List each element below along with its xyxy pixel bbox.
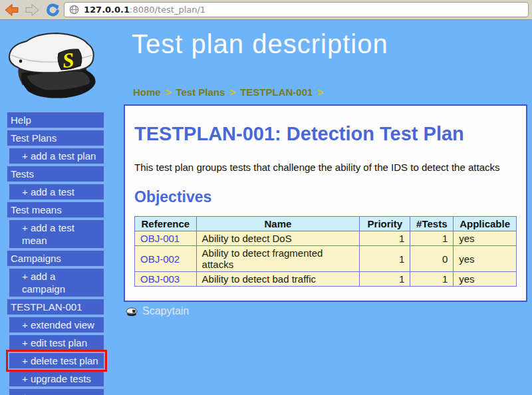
objective-name-cell: Ability to detect DoS [196,231,360,246]
sidebar-item-add-a-campaign[interactable]: + add a campaign [9,268,104,297]
column-header-applicable: Applicable [454,217,517,231]
globe-icon [69,5,79,15]
objective-tests-cell: 1 [410,231,454,246]
content-panel: TESTPLAN-001: Detection Test Plan This t… [124,104,527,302]
objective-reference-cell: OBJ-003 [135,272,197,287]
page-background: S Test plan description Home>Test Plans>… [0,20,532,395]
objectives-table-body: OBJ-001Ability to detect DoS11yesOBJ-002… [135,231,517,287]
objective-reference-cell: OBJ-002 [135,246,197,272]
sidebar-item-add-a-test-mean[interactable]: + add a test mean [9,219,104,249]
objectives-table: ReferenceNamePriority#TestsApplicable OB… [134,216,517,287]
breadcrumb-link-testplan-001[interactable]: TESTPLAN-001 [240,86,313,98]
objective-link-obj-001[interactable]: OBJ-001 [140,233,180,244]
browser-toolbar: 127.0.0.1:8080/test_plan/1 [0,0,532,20]
objective-link-obj-003[interactable]: OBJ-003 [140,273,180,285]
column-header-priority: Priority [360,217,410,231]
captain-hat-icon [125,307,138,317]
forward-arrow-icon [25,3,40,17]
objective-name-cell: Ability to detect fragmented attacks [196,246,360,272]
sidebar-menu: HelpTest Plans+ add a test planTests+ ad… [7,112,106,395]
testplan-description: This test plan groups tests that challen… [134,162,517,173]
sidebar-item-test-means[interactable]: Test means [7,201,104,218]
objective-priority-cell: 1 [360,272,410,287]
logo-letter: S [62,48,75,72]
back-arrow-icon [4,3,19,17]
objective-tests-cell: 0 [410,246,454,272]
back-button[interactable] [2,1,21,19]
testplan-title: TESTPLAN-001: Detection Test Plan [134,123,517,145]
table-row: OBJ-001Ability to detect DoS11yes [135,231,517,246]
captain-hat-logo: S [3,28,104,102]
objective-priority-cell: 1 [360,246,410,272]
sidebar-item-help[interactable]: Help [7,112,104,128]
footer-app-name[interactable]: Scapytain [142,305,189,317]
sidebar-item-campaigns[interactable]: Campaigns [7,250,104,267]
page-title: Test plan description [132,29,388,59]
sidebar-item-testplan-001[interactable]: TESTPLAN-001 [7,299,104,315]
table-row: OBJ-002Ability to detect fragmented atta… [135,246,517,272]
column-header-reference: Reference [135,217,197,231]
sidebar-item-tests[interactable]: Tests [7,166,104,182]
url-text: 127.0.0.1:8080/test_plan/1 [84,5,205,15]
footer: Scapytain [125,305,189,317]
sidebar-item-delete-test-plan[interactable]: + delete test plan [9,352,104,369]
table-row: OBJ-003Ability to detect bad traffic11ye… [135,272,517,287]
objective-applicable-cell: yes [454,272,517,287]
breadcrumb-separator: > [229,86,235,98]
sidebar-item-edit-test-plan[interactable]: + edit test plan [9,334,104,351]
objective-tests-cell: 1 [410,272,454,287]
sidebar-item-test-plans[interactable]: Test Plans [7,130,104,146]
objective-link-obj-002[interactable]: OBJ-002 [140,253,180,265]
objectives-table-head-row: ReferenceNamePriority#TestsApplicable [135,217,517,231]
app-logo: S [3,28,104,105]
column-header-name: Name [196,217,360,231]
breadcrumb-separator: > [317,86,323,98]
breadcrumb-link-test-plans[interactable]: Test Plans [176,86,225,98]
sidebar-item-extended-view[interactable]: + extended view [9,317,104,333]
address-bar[interactable]: 127.0.0.1:8080/test_plan/1 [64,2,529,17]
breadcrumb-separator: > [166,86,172,98]
sidebar-item-upgrade-tests[interactable]: + upgrade tests [9,370,104,387]
column-header-tests: #Tests [410,217,454,231]
breadcrumb-link-home[interactable]: Home [133,86,161,98]
sidebar-item-manage-sections[interactable]: + manage sections [9,388,104,395]
objective-applicable-cell: yes [454,246,517,272]
objective-priority-cell: 1 [360,231,410,246]
forward-button[interactable] [23,1,41,19]
url-host: 127.0.0.1 [84,5,130,15]
objective-reference-cell: OBJ-001 [135,231,197,246]
breadcrumb: Home>Test Plans>TESTPLAN-001> [133,86,328,98]
objective-name-cell: Ability to detect bad traffic [196,272,360,287]
refresh-button[interactable] [43,1,62,19]
sidebar-item-add-a-test-plan[interactable]: + add a test plan [9,148,104,164]
objectives-heading: Objectives [134,188,517,206]
sidebar-item-add-a-test[interactable]: + add a test [9,184,104,200]
refresh-icon [46,3,59,17]
url-path: :8080/test_plan/1 [130,5,205,15]
objective-applicable-cell: yes [454,231,517,246]
